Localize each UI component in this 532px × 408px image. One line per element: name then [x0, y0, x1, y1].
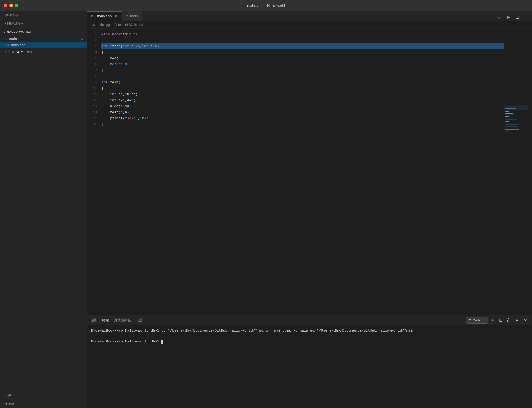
code-line-1: #include<stdio.h>: [101, 31, 504, 37]
terminal-line-3: HYdeMacBook-Pro:Hallo-world dhy$: [91, 339, 528, 344]
maximize-panel-button[interactable]: ∧: [513, 317, 521, 324]
split-editor-button[interactable]: ⇄: [496, 13, 504, 21]
code-line-10: {: [101, 85, 504, 91]
kill-terminal-button[interactable]: 🗑: [505, 317, 512, 324]
panel-actions: 2: Code ⌄ + ⊡ 🗑 ∧ ✕: [466, 317, 529, 324]
tab-main-icon: ≡: [126, 14, 128, 18]
code-line-4: {: [101, 49, 504, 55]
main-layout: 资源管理器 › 打开的编辑器 ⌄ HALLO-WORLD ≡ main M C+…: [0, 11, 532, 408]
svg-rect-12: [505, 128, 516, 128]
svg-rect-3: [505, 111, 509, 112]
svg-rect-4: [505, 113, 513, 114]
terminal-content[interactable]: HYdeMacBook-Pro:Hallo-world dhy$ cd "/Us…: [87, 325, 532, 408]
explorer-header[interactable]: 资源管理器: [0, 11, 87, 19]
project-header[interactable]: ⌄ HALLO-WORLD: [0, 28, 87, 36]
code-line-5: b=a;: [101, 55, 504, 61]
file-main-icon: ≡: [5, 37, 8, 41]
traffic-lights: [4, 4, 18, 7]
breadcrumb-function[interactable]: ⬡ test(int *&, int *&): [114, 23, 143, 27]
code-line-7: }: [101, 67, 504, 73]
code-line-9: int main(): [101, 79, 504, 85]
file-tree: ≡ main M C+ main.cpp U ⓘ README.md: [0, 36, 87, 391]
breadcrumb-fn-icon: ⬡: [114, 23, 117, 27]
minimap[interactable]: [504, 29, 528, 315]
new-terminal-button[interactable]: +: [489, 317, 496, 324]
outline-chevron-icon: ›: [3, 394, 4, 397]
sidebar-item-maincpp[interactable]: C+ main.cpp U: [0, 42, 87, 48]
line-numbers: 1 2 3 4 5 6 7 8 9 10 11 12 13 14 15 16: [87, 29, 100, 315]
terminal-line-2: 1: [91, 333, 528, 339]
file-main-label: main: [9, 37, 17, 41]
code-line-2: [101, 37, 504, 43]
sidebar-bottom: › 大纲 › 时间线: [0, 391, 87, 408]
close-button[interactable]: [4, 4, 7, 7]
code-line-16: }: [101, 122, 504, 128]
code-content[interactable]: #include<stdio.h> int *test(int * &b,int…: [100, 29, 504, 315]
sidebar-item-main[interactable]: ≡ main M: [0, 36, 87, 42]
title-bar: main.cpp — Hallo-world: [0, 0, 532, 11]
tab-cpp-icon: C+: [91, 14, 95, 18]
run-button[interactable]: ▶: [505, 13, 512, 21]
terminal-line-1: HYdeMacBook-Pro:Hallo-world dhy$ cd "/Us…: [91, 328, 528, 333]
panel-tab-terminal[interactable]: 终端: [102, 317, 109, 324]
svg-rect-10: [505, 124, 519, 125]
svg-rect-13: [505, 129, 519, 130]
panel-tab-output[interactable]: 输出: [91, 317, 98, 324]
tab-bar-actions: ⇄ ▶ ⊡ ···: [494, 13, 532, 21]
breadcrumb-fn-name: test(int *&, int *&): [118, 23, 143, 27]
explorer-label: 资源管理器: [3, 13, 18, 17]
sidebar-item-readme[interactable]: ⓘ README.md: [0, 48, 87, 55]
file-cpp-icon: C+: [5, 43, 9, 47]
breadcrumb-sep1: ›: [112, 23, 113, 27]
breadcrumb: C+ main.cpp › ⬡ test(int *&, int *&): [87, 21, 532, 29]
tab-close-maincpp[interactable]: ✕: [114, 14, 118, 18]
code-line-14: test(b,a);: [101, 110, 504, 116]
breadcrumb-cpp-icon: C+: [92, 23, 95, 26]
code-line-8: [101, 73, 504, 79]
code-line-15: printf("%d\n",*b);: [101, 116, 504, 122]
svg-rect-8: [505, 121, 509, 122]
outline-label: 大纲: [5, 393, 11, 397]
fullscreen-button[interactable]: [15, 4, 18, 7]
tab-maincpp[interactable]: C+ main.cpp ✕: [87, 11, 122, 21]
close-panel-button[interactable]: ✕: [522, 317, 529, 324]
terminal-dropdown[interactable]: 2: Code ⌄: [466, 317, 488, 324]
panel-tab-problems[interactable]: 问题: [136, 317, 143, 324]
breadcrumb-filename: main.cpp: [97, 23, 110, 27]
timeline-label: 时间线: [5, 402, 14, 406]
svg-rect-14: [505, 131, 509, 131]
minimize-button[interactable]: [9, 4, 13, 7]
file-cpp-label: main.cpp: [11, 43, 25, 47]
sidebar-item-timeline[interactable]: › 时间线: [0, 400, 87, 408]
code-editor[interactable]: 1 2 3 4 5 6 7 8 9 10 11 12 13 14 15 16 #…: [87, 29, 532, 315]
chevron-right-icon: ›: [3, 22, 4, 25]
svg-rect-7: [505, 120, 518, 120]
timeline-chevron-icon: ›: [3, 402, 4, 405]
sidebar-item-outline[interactable]: › 大纲: [0, 391, 87, 400]
editor-area: C+ main.cpp ✕ ≡ main ⇄ ▶ ⊡ ··· C+ main.c…: [87, 11, 532, 408]
toggle-layout-button[interactable]: ⊡: [513, 13, 521, 21]
file-readme-label: README.md: [11, 50, 32, 54]
terminal-cursor: [161, 340, 163, 344]
dropdown-chevron-icon: ⌄: [482, 318, 485, 322]
open-editors-header[interactable]: › 打开的编辑器: [0, 19, 87, 28]
window-title: main.cpp — Hallo-world: [247, 4, 285, 8]
tab-main[interactable]: ≡ main: [122, 11, 142, 21]
code-line-6: return b;: [101, 61, 504, 67]
more-actions-button[interactable]: ···: [522, 13, 530, 21]
tab-main-label: main: [130, 14, 138, 18]
code-line-12: int c=1,d=2;: [101, 97, 504, 104]
tab-maincpp-label: main.cpp: [97, 14, 112, 18]
svg-rect-15: [504, 105, 528, 110]
svg-rect-5: [505, 115, 515, 115]
minimap-visual: [504, 29, 528, 315]
editor-scrollbar[interactable]: [528, 29, 532, 315]
breadcrumb-file[interactable]: C+ main.cpp: [92, 23, 110, 27]
open-editors-label: 打开的编辑器: [5, 22, 23, 26]
tab-bar: C+ main.cpp ✕ ≡ main ⇄ ▶ ⊡ ···: [87, 11, 532, 21]
panel-tab-debug[interactable]: 调试控制台: [113, 317, 131, 324]
svg-rect-6: [505, 116, 509, 117]
svg-rect-9: [505, 123, 520, 123]
split-terminal-button[interactable]: ⊡: [497, 317, 504, 324]
terminal-panel: 输出 终端 调试控制台 问题 2: Code ⌄ + ⊡ 🗑 ∧ ✕ HY: [87, 315, 532, 408]
